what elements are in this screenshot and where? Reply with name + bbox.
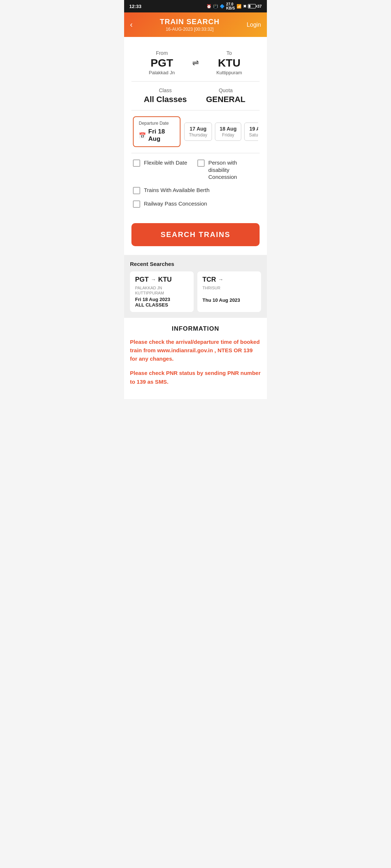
from-code: PGT: [135, 57, 189, 68]
from-name: Palakkad Jn: [135, 70, 189, 75]
disability-label: Person with disability Concession: [208, 159, 258, 181]
disability-cb-box[interactable]: [197, 159, 205, 167]
available-berth-row: Trains With Available Berth: [133, 187, 258, 194]
header-title: TRAIN SEARCH: [160, 18, 220, 26]
calendar-icon: 📅: [139, 132, 146, 139]
to-code: KTU: [202, 57, 256, 68]
railway-pass-cb-box[interactable]: [133, 200, 140, 208]
date-chip-1[interactable]: 17 Aug Thursday: [184, 123, 212, 141]
flexible-date-label: Flexible with Date: [144, 159, 187, 166]
app-header: ‹ TRAIN SEARCH 16-AUG-2023 [00:33:32] Lo…: [124, 12, 267, 37]
recent-card-2[interactable]: TCR → THRISUR Thu 10 Aug 2023: [197, 271, 261, 312]
chip-date-1: 17 Aug: [189, 126, 207, 132]
header-subtitle: 16-AUG-2023 [00:33:32]: [160, 27, 220, 32]
quota-value: GENERAL: [196, 95, 256, 104]
flexible-date-cb-box[interactable]: [133, 159, 140, 167]
date-chip-2[interactable]: 18 Aug Friday: [215, 123, 241, 141]
alarm-icon: ⏰: [206, 4, 212, 9]
railway-pass-row: Railway Pass Concession: [133, 200, 258, 208]
departure-date-value: Fri 18 Aug: [148, 128, 175, 143]
information-text-2: Please check PNR status by sending PNR n…: [130, 369, 261, 386]
swap-button[interactable]: ⇌: [189, 58, 202, 68]
flexible-date-checkbox[interactable]: Flexible with Date: [133, 159, 194, 181]
to-name: Kuttippuram: [202, 70, 256, 75]
railway-pass-label: Railway Pass Concession: [144, 200, 207, 207]
date-chips-container: 17 Aug Thursday 18 Aug Friday 19 Aug Sat…: [184, 123, 258, 141]
information-section: INFORMATION Please check the arrival/dep…: [124, 318, 267, 399]
vibrate-icon: 📳: [213, 4, 218, 9]
chip-day-3: Saturday: [249, 132, 258, 138]
recent-card-1-route: PGT → KTU: [135, 276, 189, 283]
quota-label: Quota: [196, 87, 256, 93]
recent-searches-section: Recent Searches PGT → KTU PALAKKAD JN KU…: [124, 255, 267, 318]
search-trains-button[interactable]: SEARCH TRAINS: [131, 223, 260, 246]
class-label: Class: [135, 87, 196, 93]
recent-card-2-date: Thu 10 Aug 2023: [202, 297, 256, 303]
chip-day-2: Friday: [220, 132, 237, 138]
recent-card-1-to-code: KTU: [158, 276, 172, 283]
from-to-section: From PGT Palakkad Jn ⇌ To KTU Kuttippura…: [131, 44, 260, 82]
to-label: To: [202, 50, 256, 56]
quota-selector[interactable]: Quota GENERAL: [196, 87, 256, 104]
class-value: All Classes: [135, 95, 196, 104]
status-icons: ⏰ 📳 🔷 27.0KB/S 📶 ✖ 37: [206, 2, 262, 10]
main-content: From PGT Palakkad Jn ⇌ To KTU Kuttippura…: [124, 37, 267, 255]
recent-card-1[interactable]: PGT → KTU PALAKKAD JN KUTTIPPURAM Fri 18…: [130, 271, 194, 312]
to-station[interactable]: To KTU Kuttippuram: [202, 50, 256, 75]
recent-card-2-arrow: →: [218, 277, 223, 282]
wifi-icon: 📶: [237, 4, 242, 9]
recent-card-1-class: ALL CLASSES: [135, 302, 189, 308]
information-title: INFORMATION: [130, 325, 261, 332]
data-speed: 27.0KB/S: [226, 2, 235, 10]
status-bar: 12:33 ⏰ 📳 🔷 27.0KB/S 📶 ✖ 37: [124, 0, 267, 12]
recent-card-2-from-name: THRISUR: [202, 286, 256, 290]
bluetooth-icon: 🔷: [220, 4, 225, 9]
chip-date-2: 18 Aug: [220, 126, 237, 132]
recent-card-1-from-name: PALAKKAD JN: [135, 286, 189, 290]
railway-pass-checkbox[interactable]: Railway Pass Concession: [133, 200, 258, 208]
close-icon: ✖: [243, 4, 246, 9]
from-label: From: [135, 50, 189, 56]
recent-card-1-to-name: KUTTIPPURAM: [135, 291, 189, 295]
departure-date-picker[interactable]: Departure Date 📅 Fri 18 Aug: [133, 116, 180, 147]
recent-card-1-date: Fri 18 Aug 2023: [135, 297, 189, 302]
departure-label: Departure Date: [139, 121, 175, 126]
available-berth-label: Trains With Available Berth: [144, 187, 209, 194]
login-button[interactable]: Login: [247, 22, 261, 28]
back-button[interactable]: ‹: [130, 20, 133, 30]
disability-checkbox[interactable]: Person with disability Concession: [197, 159, 258, 181]
recent-cards-container: PGT → KTU PALAKKAD JN KUTTIPPURAM Fri 18…: [130, 271, 261, 312]
recent-card-1-from-code: PGT: [135, 276, 149, 283]
recent-searches-title: Recent Searches: [130, 261, 261, 267]
available-berth-cb-box[interactable]: [133, 187, 140, 194]
available-berth-checkbox[interactable]: Trains With Available Berth: [133, 187, 258, 194]
information-text-1: Please check the arrival/departure time …: [130, 338, 261, 363]
status-time: 12:33: [129, 4, 141, 9]
class-quota-section: Class All Classes Quota GENERAL: [131, 82, 260, 110]
date-section: Departure Date 📅 Fri 18 Aug 17 Aug Thurs…: [131, 110, 260, 153]
date-chip-3[interactable]: 19 Aug Saturday: [244, 123, 258, 141]
battery-percent: 37: [257, 4, 262, 8]
battery-icon: [248, 4, 256, 8]
checkboxes-section: Flexible with Date Person with disabilit…: [131, 153, 260, 219]
checkbox-row-top: Flexible with Date Person with disabilit…: [133, 159, 258, 181]
recent-card-2-route: TCR →: [202, 276, 256, 283]
search-btn-container: SEARCH TRAINS: [131, 219, 260, 255]
chip-day-1: Thursday: [189, 132, 207, 138]
recent-card-1-arrow: →: [151, 277, 156, 282]
class-selector[interactable]: Class All Classes: [135, 87, 196, 104]
chip-date-3: 19 Aug: [249, 126, 258, 132]
from-station[interactable]: From PGT Palakkad Jn: [135, 50, 189, 75]
header-center: TRAIN SEARCH 16-AUG-2023 [00:33:32]: [160, 18, 220, 32]
recent-card-2-from-code: TCR: [202, 276, 216, 283]
